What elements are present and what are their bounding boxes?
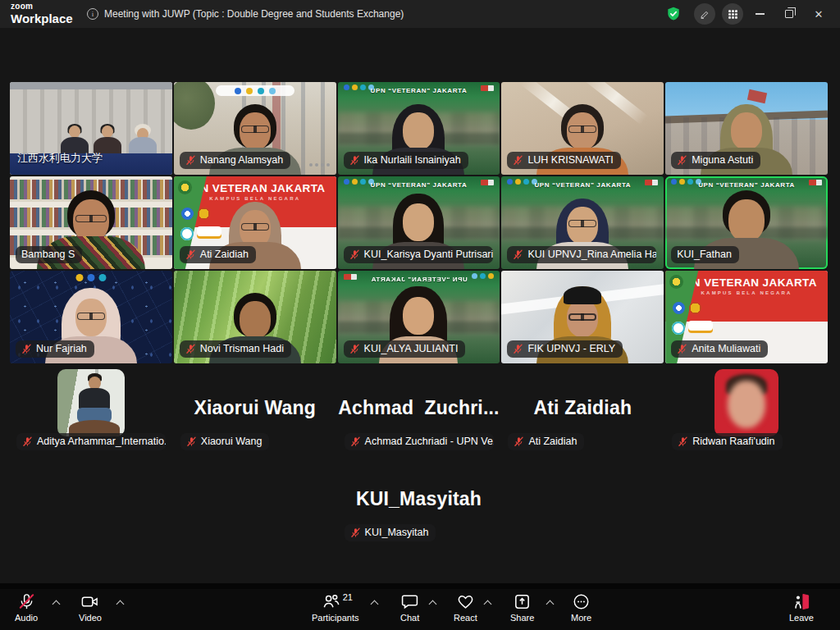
video-tile-ika[interactable]: UPN “VETERAN” JAKARTA Ika Nurlaili Isnai…	[338, 82, 500, 175]
muted-mic-icon	[677, 155, 687, 166]
scene-decor	[665, 227, 828, 239]
info-icon[interactable]: i	[87, 8, 98, 20]
display-name: Xiaorui Wang	[174, 397, 336, 419]
chat-icon	[400, 592, 419, 611]
avatar	[57, 369, 125, 436]
avatar	[714, 369, 778, 436]
react-button[interactable]: React	[454, 592, 477, 623]
security-shield-icon[interactable]	[661, 2, 686, 26]
muted-mic-icon	[678, 436, 688, 447]
muted-mic-icon	[21, 344, 32, 354]
display-name: Achmad Zuchri...	[338, 397, 500, 419]
audio-tile-ridwan[interactable]: Ridwan Raafi'udin	[665, 368, 828, 461]
muted-mic-icon	[349, 155, 360, 166]
logo-kemdikbud	[181, 208, 194, 220]
annotate-pencil-button[interactable]	[692, 2, 717, 26]
participant-nameplate: Ridwan Raafi'udin	[672, 433, 782, 450]
video-tile-fathan-active-speaker[interactable]: UPN “VETERAN” JAKARTA KUI_Fathan	[665, 176, 828, 269]
meeting-stage: 江西水利电力大学 Nanang Alamsyah UPN “VETERAN” J…	[0, 28, 840, 589]
participant-nameplate: LUH KRISNAWATI	[507, 152, 620, 169]
muted-mic-icon	[185, 249, 196, 260]
zoom-workplace-logo: zoom Workplace	[11, 2, 73, 25]
participant-name: KUI_Masyitah	[365, 527, 429, 538]
more-button[interactable]: More	[571, 592, 591, 623]
brand-workplace: Workplace	[11, 12, 73, 25]
participants-options-chevron[interactable]	[368, 596, 381, 609]
mic-muted-icon	[17, 592, 36, 611]
chat-button[interactable]: Chat	[400, 592, 419, 623]
restore-button[interactable]	[774, 0, 804, 28]
participant-nameplate: Aditya Arhammar_Internatio...	[16, 433, 166, 450]
more-ellipsis-icon	[572, 592, 591, 611]
video-tile-fik-erly[interactable]: FIK UPNVJ - ERLY	[501, 271, 664, 363]
upn-flag-mark	[481, 85, 494, 91]
video-tile-luh[interactable]: LUH KRISNAWATI	[501, 82, 664, 175]
meeting-title-bar: i Meeting with JUWP (Topic : Double Degr…	[87, 0, 404, 28]
participant-nameplate: Nanang Alamsyah	[180, 152, 290, 169]
participant-name: Novi Trisman Hadi	[200, 343, 284, 354]
scene-decor	[10, 208, 172, 230]
logo-kampus-merdeka	[197, 226, 221, 239]
participant-name: KUI_Fathan	[677, 249, 732, 260]
scene-decor	[501, 279, 664, 315]
participants-count-badge: 21	[343, 592, 353, 602]
video-tile-novi[interactable]: Novi Trisman Hadi	[174, 271, 336, 363]
audio-tile-xiaorui[interactable]: Xiaorui Wang Xiaorui Wang	[174, 368, 336, 461]
audio-tile-masyitah[interactable]: KUI_Masyitah KUI_Masyitah	[338, 463, 500, 554]
display-name: KUI_Masyitah	[338, 488, 500, 510]
camera-icon	[80, 592, 99, 611]
scene-decor	[582, 82, 648, 125]
participant-name: Aditya Arhammar_Internatio...	[37, 436, 166, 447]
video-grid: 江西水利电力大学 Nanang Alamsyah UPN “VETERAN” J…	[10, 82, 828, 363]
apps-grid-button[interactable]	[720, 2, 745, 26]
participant-nameplate: KUI_ALYA JULIANTI	[344, 340, 466, 358]
participant-nameplate: Ati Zaidiah	[180, 246, 256, 263]
video-tile-miguna[interactable]: Miguna Astuti	[665, 82, 828, 175]
audio-participants-row: Aditya Arhammar_Internatio... Xiaorui Wa…	[10, 368, 828, 461]
share-options-chevron[interactable]	[543, 596, 556, 609]
audio-label: Audio	[15, 613, 38, 623]
leave-label: Leave	[789, 613, 814, 623]
close-button[interactable]: ✕	[804, 0, 833, 28]
video-tile-nur[interactable]: Nur Fajriah	[10, 271, 172, 363]
upn-banner: UPN “VETERAN” JAKARTA	[665, 179, 828, 190]
muted-mic-icon	[350, 436, 361, 447]
video-tile-jiangxi[interactable]: 江西水利电力大学	[10, 82, 172, 175]
muted-mic-icon	[185, 344, 196, 354]
scene-decor	[501, 227, 664, 239]
video-button[interactable]: Video	[79, 592, 102, 623]
upn-flag-mark	[809, 180, 822, 185]
leave-button[interactable]: Leave	[789, 592, 814, 623]
audio-tile-ati[interactable]: Ati Zaidiah Ati Zaidiah	[501, 368, 664, 461]
audio-button[interactable]: Audio	[15, 592, 38, 623]
participant-name: Nanang Alamsyah	[200, 154, 283, 166]
video-tile-rina[interactable]: UPN “VETERAN” JAKARTA KUI UPNVJ_Rina Ame…	[501, 176, 664, 269]
video-tile-karisya[interactable]: UPN “VETERAN” JAKARTA KUI_Karisya Dyanti…	[338, 176, 500, 269]
participant-nameplate: Bambang S	[16, 246, 82, 263]
upn-banner: UPN “VETERAN” JAKARTA	[338, 84, 500, 96]
video-tile-alya[interactable]: UPN “VETERAN” JAKARTA KUI_ALYA JULIANTI	[338, 271, 500, 363]
participant-nameplate: Ika Nurlaili Isnainiyah	[344, 152, 468, 169]
logo-crest	[178, 180, 192, 194]
share-screen-icon	[513, 592, 532, 611]
video-tile-ati[interactable]: UPN VETERAN JAKARTAKAMPUS BELA NEGARA At…	[174, 176, 336, 269]
audio-options-chevron[interactable]	[49, 596, 62, 609]
meeting-title: Meeting with JUWP (Topic : Double Degree…	[104, 8, 404, 20]
chat-options-chevron[interactable]	[426, 596, 439, 609]
video-tile-nanang[interactable]: Nanang Alamsyah	[174, 82, 336, 175]
participant-name: Xiaorui Wang	[201, 436, 262, 447]
share-button[interactable]: Share	[510, 592, 534, 623]
audio-tile-aditya[interactable]: Aditya Arhammar_Internatio...	[10, 368, 172, 461]
minimize-button[interactable]	[745, 0, 774, 28]
audio-tile-achmad[interactable]: Achmad Zuchri... Achmad Zuchriadi - UPN …	[338, 368, 500, 461]
video-tile-anita[interactable]: UPN VETERAN JAKARTAKAMPUS BELA NEGARA An…	[665, 271, 828, 363]
logo-blu	[180, 227, 194, 240]
muted-mic-icon	[185, 155, 196, 166]
participant-nameplate: FIK UPNVJ - ERLY	[507, 340, 623, 358]
participant-name: Ati Zaidiah	[528, 436, 577, 447]
video-tile-bambang[interactable]: Bambang S	[10, 176, 172, 269]
participants-button[interactable]: 21 Participants	[312, 592, 358, 623]
react-options-chevron[interactable]	[481, 596, 494, 609]
participant-name: Ridwan Raafi'udin	[692, 436, 774, 447]
video-options-chevron[interactable]	[113, 596, 126, 609]
